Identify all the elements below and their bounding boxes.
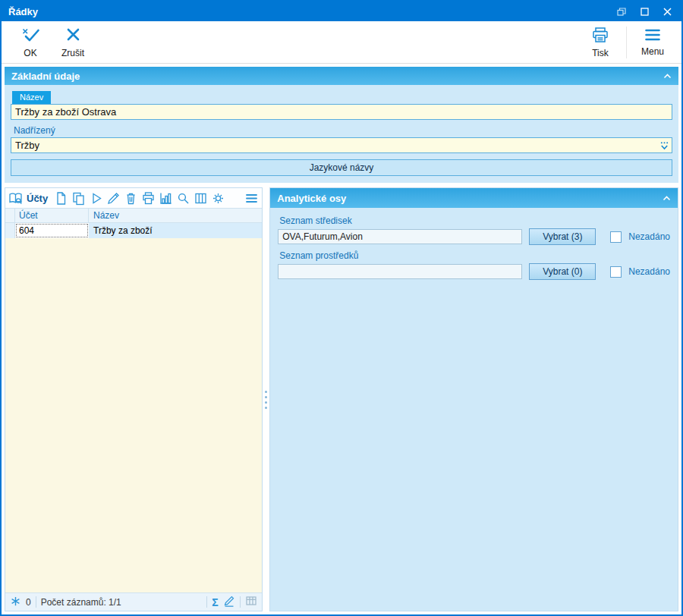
axes-header-label: Analytické osy [277, 193, 346, 204]
basic-section: Název Nadřízený Jazykové názvy [5, 85, 678, 183]
cell-nazev[interactable]: Tržby za zboží [89, 223, 262, 238]
accounts-table-empty-area[interactable] [5, 238, 262, 592]
cell-ucet[interactable]: 604 [15, 223, 89, 238]
name-field-tab: Název [12, 91, 51, 104]
status-divider [36, 596, 36, 608]
print-button[interactable]: Tisk [579, 23, 622, 62]
centers-input[interactable] [278, 229, 522, 244]
status-counter: 0 [26, 597, 31, 608]
sum-icon[interactable]: Σ [212, 597, 218, 608]
collapse-axes-icon[interactable] [663, 196, 671, 201]
export-table-icon[interactable] [245, 595, 257, 609]
cancel-button[interactable]: Zrušit [52, 23, 94, 62]
delete-icon[interactable] [123, 190, 139, 206]
cancel-label: Zrušit [61, 48, 84, 58]
accounts-title: Účty [27, 193, 48, 204]
name-input[interactable] [11, 104, 672, 120]
main-toolbar: OK Zrušit Tisk [2, 21, 681, 64]
table-row[interactable]: 604 Tržby za zboží [5, 223, 262, 238]
dropdown-icon[interactable] [659, 140, 669, 154]
ok-button[interactable]: OK [9, 23, 52, 62]
resources-nezadano-checkbox[interactable] [610, 266, 622, 278]
app-window: Řádky OK [0, 0, 683, 616]
columns-icon[interactable] [193, 190, 209, 206]
grid-menu-icon[interactable] [244, 190, 260, 206]
dock-icon[interactable] [610, 2, 633, 20]
row-selector-header [5, 209, 15, 222]
axes-body: Seznam středisek Vybrat (3) Nezadáno Sez… [270, 208, 678, 611]
printer-icon [591, 27, 609, 46]
axes-panel: Analytické osy Seznam středisek Vybrat (… [269, 187, 678, 611]
ok-check-icon [20, 27, 40, 46]
resources-input[interactable] [278, 264, 522, 279]
centers-nezadano-checkbox[interactable] [610, 231, 622, 243]
accounts-panel: Účty [5, 187, 263, 611]
chart-icon[interactable] [158, 190, 174, 206]
window-title: Řádky [8, 6, 610, 17]
edit-icon[interactable] [105, 190, 121, 206]
accounts-table-header: Účet Název [5, 208, 262, 223]
menu-label: Menu [641, 46, 664, 57]
basic-section-header: Základní údaje [5, 67, 678, 85]
row-selector-cell[interactable] [5, 223, 15, 238]
accounts-book-icon[interactable] [8, 190, 24, 206]
refresh-asterisk-icon [10, 596, 21, 609]
run-icon[interactable] [88, 190, 104, 206]
axes-section-header: Analytické osy [270, 188, 678, 208]
search-icon[interactable] [175, 190, 191, 206]
cancel-x-icon [65, 27, 81, 46]
settings-gear-icon[interactable] [210, 190, 226, 206]
new-record-icon[interactable] [53, 190, 69, 206]
maximize-icon[interactable] [633, 2, 656, 20]
print-grid-icon[interactable] [140, 190, 156, 206]
centers-field-label: Seznam středisek [279, 215, 670, 226]
collapse-basic-icon[interactable] [663, 74, 672, 79]
menu-button[interactable]: Menu [631, 23, 674, 62]
language-names-button[interactable]: Jazykové názvy [11, 159, 672, 176]
title-bar: Řádky [2, 2, 681, 21]
accounts-toolbar: Účty [5, 188, 262, 208]
edit-mode-icon[interactable] [223, 595, 235, 609]
accounts-status-bar: 0 Počet záznamů: 1/1 Σ [5, 592, 262, 611]
select-resources-button[interactable]: Vybrat (0) [529, 263, 596, 280]
toolbar-separator [626, 27, 627, 58]
column-header-nazev[interactable]: Název [89, 209, 262, 222]
centers-nezadano-label: Nezadáno [628, 231, 670, 242]
main-split: Účty [5, 187, 678, 611]
resources-field-label: Seznam prostředků [279, 250, 670, 261]
status-divider [206, 596, 207, 608]
parent-field-label: Nadřízený [14, 125, 672, 136]
resources-nezadano-label: Nezadáno [628, 266, 670, 277]
select-centers-button[interactable]: Vybrat (3) [529, 228, 596, 245]
close-icon[interactable] [656, 2, 678, 20]
status-divider [240, 596, 241, 608]
hamburger-icon [644, 28, 661, 44]
panel-splitter[interactable] [263, 187, 270, 611]
column-header-ucet[interactable]: Účet [15, 209, 89, 222]
copy-icon[interactable] [71, 190, 87, 206]
parent-combo [11, 137, 672, 153]
basic-header-label: Základní údaje [11, 71, 80, 82]
record-count-label: Počet záznamů: 1/1 [41, 597, 121, 608]
centers-row: Vybrat (3) Nezadáno [278, 228, 670, 245]
parent-input[interactable] [11, 137, 672, 153]
ok-label: OK [24, 48, 36, 58]
resources-row: Vybrat (0) Nezadáno [278, 263, 670, 280]
print-label: Tisk [592, 48, 609, 58]
